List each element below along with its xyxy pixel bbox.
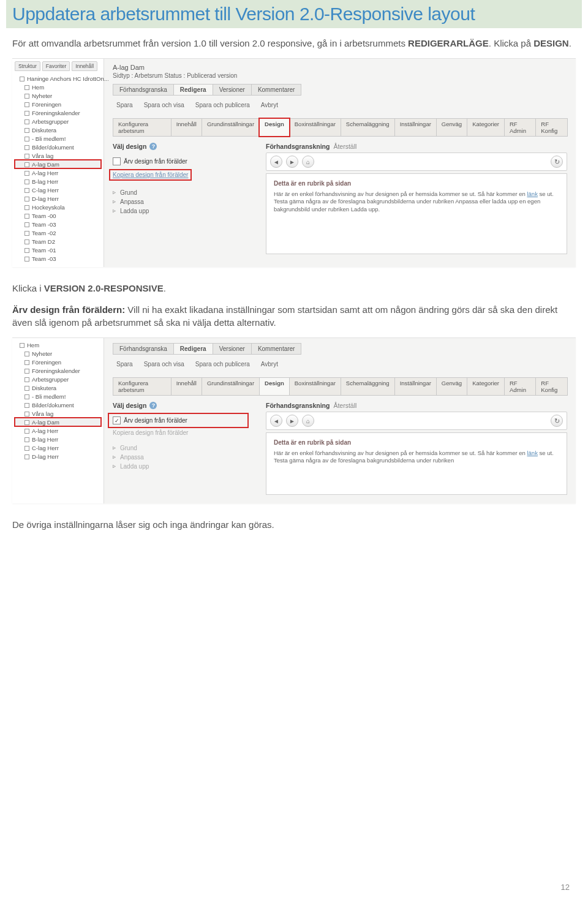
row-laddaupp[interactable]: Ladda upp (113, 206, 247, 216)
save-publish-button[interactable]: Spara och publicera (195, 102, 250, 108)
tree-item[interactable]: Team -02 (15, 228, 101, 237)
tree-item[interactable]: Våra lag (15, 151, 101, 160)
tree-item[interactable]: Föreningskalender (15, 108, 101, 117)
save-button[interactable]: Spara (116, 102, 133, 108)
tree-item-selected[interactable]: A-lag Dam (15, 160, 101, 168)
stab-design[interactable]: Design (259, 118, 290, 137)
reload-icon[interactable]: ↻ (551, 156, 563, 168)
stab-box[interactable]: Boxinställningar (289, 118, 341, 137)
row-anpassa[interactable]: Anpassa (113, 197, 247, 206)
preview-link[interactable]: länk (527, 450, 537, 456)
tree-item[interactable]: C-lag Herr (15, 443, 101, 452)
reset-link[interactable]: Återställ (333, 143, 356, 150)
stab-design[interactable]: Design (259, 377, 290, 396)
tree-item[interactable]: D-lag Herr (15, 452, 101, 461)
tree-tab-favoriter[interactable]: Favoriter (42, 61, 70, 71)
reset-link[interactable]: Återställ (333, 402, 356, 409)
tree-item[interactable]: Arbetsgrupper (15, 117, 101, 126)
help-icon[interactable]: ? (149, 402, 157, 409)
stab-rfkonfig[interactable]: RF Konfig (535, 377, 568, 396)
stab-grund[interactable]: Grundinställningar (202, 377, 260, 396)
tree-item[interactable]: D-lag Herr (15, 194, 101, 203)
tree-item[interactable]: Föreningen (15, 100, 101, 108)
stab-genvag[interactable]: Genväg (436, 377, 467, 396)
back-icon[interactable]: ◄ (270, 415, 282, 427)
tree-item[interactable]: B-lag Herr (15, 435, 101, 443)
stab-innehall[interactable]: Innehåll (171, 377, 202, 396)
stab-genvag[interactable]: Genväg (436, 118, 467, 137)
tree-root[interactable]: Haninge Anchors HC IdrottOn... (15, 74, 101, 83)
inherit-design-row[interactable]: ✓ Ärv design från förälder (109, 414, 247, 427)
tree-item[interactable]: Team -00 (15, 211, 101, 220)
save-show-button[interactable]: Spara och visa (144, 361, 184, 367)
tree-item[interactable]: Hockeyskola (15, 203, 101, 211)
tab-forhandsgranska[interactable]: Förhandsgranska (113, 84, 174, 96)
row-grund[interactable]: Grund (113, 188, 247, 197)
save-publish-button[interactable]: Spara och publicera (195, 361, 250, 367)
tree-item-selected[interactable]: A-lag Dam (15, 418, 101, 426)
tree-item[interactable]: B-lag Herr (15, 177, 101, 186)
forward-icon[interactable]: ► (286, 156, 298, 168)
stab-box[interactable]: Boxinställningar (289, 377, 341, 396)
copy-design-link[interactable]: Kopiera design från förälder (110, 170, 190, 179)
tree-item[interactable]: Hem (15, 341, 101, 349)
tree-item[interactable]: Team D2 (15, 237, 101, 246)
cancel-button[interactable]: Avbryt (261, 361, 278, 367)
tree-item[interactable]: Föreningskalender (15, 366, 101, 375)
tree-item[interactable]: A-lag Herr (15, 168, 101, 177)
stab-innehall[interactable]: Innehåll (171, 118, 202, 137)
inherit-checkbox[interactable] (113, 157, 121, 165)
stab-kategorier[interactable]: Kategorier (467, 377, 505, 396)
tree-item[interactable]: - Bli medlem! (15, 392, 101, 401)
tab-kommentarer[interactable]: Kommentarer (251, 343, 302, 355)
back-icon[interactable]: ◄ (270, 156, 282, 168)
tree-item[interactable]: Föreningen (15, 358, 101, 366)
cancel-button[interactable]: Avbryt (261, 102, 278, 108)
stab-schema[interactable]: Schemaläggning (341, 118, 395, 137)
home-icon[interactable]: ⌂ (302, 156, 314, 168)
tree-item[interactable]: Team -01 (15, 246, 101, 254)
tree-item[interactable]: Team -03 (15, 220, 101, 228)
tab-versioner[interactable]: Versioner (213, 343, 252, 355)
tree-item[interactable]: Arbetsgrupper (15, 375, 101, 383)
tree-item[interactable]: Nyheter (15, 91, 101, 100)
tree-item[interactable]: Bilder/dokument (15, 401, 101, 409)
tree-item[interactable]: Team -03 (15, 254, 101, 263)
tab-redigera[interactable]: Redigera (173, 84, 213, 96)
inherit-design-row[interactable]: Ärv design från förälder (113, 155, 247, 168)
tree-item[interactable]: Diskutera (15, 126, 101, 134)
tree-item[interactable]: C-lag Herr (15, 186, 101, 194)
tree-item[interactable]: Våra lag (15, 409, 101, 418)
tree-tab-struktur[interactable]: Struktur (15, 61, 40, 71)
stab-grund[interactable]: Grundinställningar (202, 118, 260, 137)
stab-schema[interactable]: Schemaläggning (341, 377, 395, 396)
tab-kommentarer[interactable]: Kommentarer (251, 84, 302, 96)
inherit-checkbox-checked[interactable]: ✓ (113, 416, 121, 424)
tree-tab-innehall[interactable]: Innehåll (72, 61, 97, 71)
preview-link[interactable]: länk (527, 190, 537, 197)
forward-icon[interactable]: ► (286, 415, 298, 427)
help-icon[interactable]: ? (149, 143, 157, 150)
stab-rfadmin[interactable]: RF Admin (504, 377, 536, 396)
stab-konfigurera[interactable]: Konfigurera arbetsrum (113, 118, 172, 137)
home-icon[interactable]: ⌂ (302, 415, 314, 427)
stab-konfigurera[interactable]: Konfigurera arbetsrum (113, 377, 172, 396)
tree-item[interactable]: Nyheter (15, 349, 101, 358)
tab-versioner[interactable]: Versioner (213, 84, 252, 96)
stab-install[interactable]: Inställningar (394, 377, 437, 396)
tree-item[interactable]: A-lag Herr (15, 426, 101, 435)
reload-icon[interactable]: ↻ (551, 415, 563, 427)
tree-item[interactable]: - Bli medlem! (15, 134, 101, 143)
tab-redigera[interactable]: Redigera (173, 343, 213, 355)
tree-item[interactable]: Bilder/dokument (15, 143, 101, 151)
tree-item[interactable]: Hem (15, 83, 101, 91)
save-button[interactable]: Spara (116, 361, 133, 367)
stab-kategorier[interactable]: Kategorier (467, 118, 505, 137)
tree-item[interactable]: Diskutera (15, 383, 101, 392)
stab-install[interactable]: Inställningar (394, 118, 437, 137)
preview-body: Här är en enkel förhandsvisning av hur d… (274, 190, 559, 213)
tab-forhandsgranska[interactable]: Förhandsgranska (113, 343, 174, 355)
stab-rfkonfig[interactable]: RF Konfig (535, 118, 568, 137)
stab-rfadmin[interactable]: RF Admin (504, 118, 536, 137)
save-show-button[interactable]: Spara och visa (144, 102, 184, 108)
